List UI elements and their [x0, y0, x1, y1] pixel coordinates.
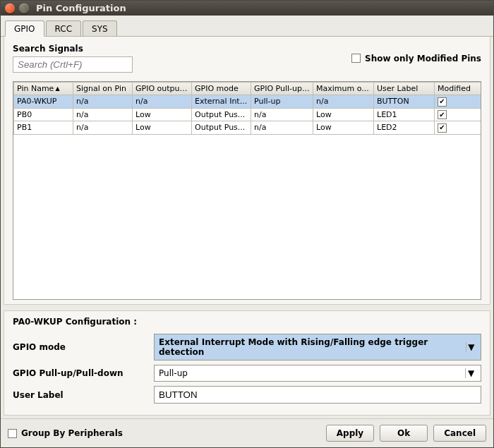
col-header[interactable]: GPIO output... [133, 83, 192, 95]
table-cell: Output Pus... [192, 121, 251, 135]
user-label-label: User Label [13, 390, 154, 400]
tabstrip: GPIORCCSYS [1, 16, 493, 37]
table-cell: BUTTON [374, 95, 435, 109]
table-row[interactable]: PB1n/aLowOutput Pus...n/aLowLED2 [14, 121, 482, 135]
table-cell: LED1 [374, 108, 435, 121]
col-header[interactable]: Modified [435, 83, 482, 95]
modified-checkbox[interactable] [438, 123, 447, 133]
table-cell: n/a [251, 108, 313, 121]
table-cell: n/a [73, 108, 133, 121]
group-by-label: Group By Peripherals [21, 428, 123, 438]
gpio-pull-value: Pull-up [159, 368, 188, 378]
search-label: Search Signals [13, 44, 133, 54]
minimize-icon[interactable] [19, 4, 29, 13]
chevron-down-icon: ▼ [466, 342, 476, 352]
tab-gpio[interactable]: GPIO [5, 20, 44, 37]
table-cell: PB0 [14, 108, 73, 121]
gpio-mode-value: External Interrupt Mode with Rising/Fall… [159, 337, 462, 357]
titlebar: Pin Configuration [1, 1, 493, 16]
config-panel: PA0-WKUP Configuration : GPIO mode Exter… [4, 310, 490, 416]
col-header[interactable]: Pin Name▲ [14, 83, 73, 95]
gpio-mode-combo[interactable]: External Interrupt Mode with Rising/Fall… [154, 334, 481, 361]
table-cell: n/a [251, 121, 313, 135]
table-cell: PB1 [14, 121, 73, 135]
gpio-pull-label: GPIO Pull-up/Pull-down [13, 368, 154, 378]
bottom-bar: Group By Peripherals Apply Ok Cancel [1, 418, 493, 447]
col-header[interactable]: Maximum o... [313, 83, 374, 95]
search-row: Search Signals Show only Modified Pins [13, 44, 481, 73]
modified-cell[interactable] [435, 108, 482, 121]
tab-rcc[interactable]: RCC [46, 20, 82, 36]
button-row: Apply Ok Cancel [326, 425, 486, 442]
table-cell: Low [313, 108, 374, 121]
col-header[interactable]: Signal on Pin [73, 83, 133, 95]
upper-panel: Search Signals Show only Modified Pins P… [4, 37, 490, 305]
table-cell: Low [133, 108, 192, 121]
modified-checkbox[interactable] [438, 97, 447, 107]
modified-cell[interactable] [435, 95, 482, 109]
table-cell: n/a [313, 95, 374, 109]
tab-sys[interactable]: SYS [83, 20, 117, 36]
user-label-input[interactable] [154, 386, 481, 404]
gpio-mode-row: GPIO mode External Interrupt Mode with R… [13, 334, 481, 361]
gpio-pull-row: GPIO Pull-up/Pull-down Pull-up ▼ [13, 365, 481, 382]
gpio-mode-label: GPIO mode [13, 342, 154, 352]
col-header[interactable]: User Label [374, 83, 435, 95]
close-icon[interactable] [5, 4, 15, 13]
sort-asc-icon: ▲ [55, 85, 59, 92]
window: Pin Configuration GPIORCCSYS Search Sign… [0, 0, 494, 448]
modified-cell[interactable] [435, 121, 482, 135]
col-header[interactable]: GPIO mode [192, 83, 251, 95]
table-header-row: Pin Name▲Signal on PinGPIO output...GPIO… [14, 83, 482, 95]
group-by-checkbox[interactable] [8, 429, 17, 438]
pin-grid: Pin Name▲Signal on PinGPIO output...GPIO… [13, 82, 481, 135]
table-cell: Low [133, 121, 192, 135]
table-row[interactable]: PA0-WKUPn/an/aExternal Int...Pull-upn/aB… [14, 95, 482, 109]
cancel-button[interactable]: Cancel [433, 425, 486, 442]
user-label-row: User Label [13, 386, 481, 404]
apply-button[interactable]: Apply [326, 425, 374, 442]
table-cell: Output Pus... [192, 108, 251, 121]
table-cell: n/a [133, 95, 192, 109]
table-cell: Low [313, 121, 374, 135]
search-input[interactable] [13, 56, 133, 73]
table-cell: LED2 [374, 121, 435, 135]
content: GPIORCCSYS Search Signals Show only Modi… [1, 16, 493, 447]
chevron-down-icon: ▼ [465, 368, 476, 378]
pin-table: Pin Name▲Signal on PinGPIO output...GPIO… [13, 81, 481, 300]
ok-button[interactable]: Ok [380, 425, 428, 442]
config-title: PA0-WKUP Configuration : [13, 317, 481, 327]
table-cell: n/a [73, 121, 133, 135]
table-cell: n/a [73, 95, 133, 109]
window-title: Pin Configuration [36, 3, 126, 13]
group-by-peripherals[interactable]: Group By Peripherals [8, 428, 123, 438]
gpio-pull-combo[interactable]: Pull-up ▼ [154, 365, 481, 382]
modified-checkbox[interactable] [438, 110, 447, 119]
show-only-modified-label: Show only Modified Pins [365, 54, 481, 63]
table-cell: Pull-up [251, 95, 313, 109]
col-header[interactable]: GPIO Pull-up... [251, 83, 313, 95]
table-cell: External Int... [192, 95, 251, 109]
table-cell: PA0-WKUP [14, 95, 73, 109]
table-row[interactable]: PB0n/aLowOutput Pus...n/aLowLED1 [14, 108, 482, 121]
show-only-modified[interactable]: Show only Modified Pins [351, 54, 481, 63]
show-only-modified-checkbox[interactable] [351, 54, 361, 63]
search-left: Search Signals [13, 44, 133, 73]
